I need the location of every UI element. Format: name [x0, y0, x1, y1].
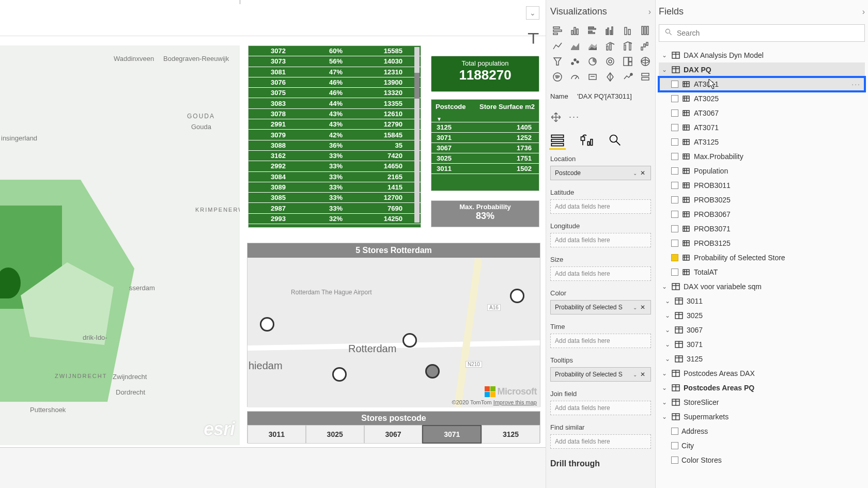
waterfall-icon[interactable] — [638, 40, 653, 52]
table-supermarkets[interactable]: ⌄Supermarkets — [659, 410, 865, 424]
table-row[interactable]: 30111502 — [431, 164, 539, 174]
field-checkbox[interactable] — [671, 428, 678, 435]
table-3011[interactable]: ⌄3011 — [659, 294, 865, 308]
store-marker[interactable] — [402, 333, 417, 348]
table-3067[interactable]: ⌄3067 — [659, 323, 865, 337]
clustered-bar-icon[interactable] — [585, 24, 600, 37]
scrollbar-thumb[interactable] — [414, 47, 420, 223]
table-dax-voor[interactable]: ⌄DAX voor variabele sqm — [659, 279, 865, 294]
field-at3011[interactable]: AT3011··· — [659, 77, 865, 91]
table-postcodes-dax[interactable]: ⌄Postcodes Areas DAX — [659, 366, 865, 381]
field-checkbox[interactable] — [671, 254, 678, 261]
stores-postcode-slicer[interactable]: Stores postcode 30113025306730713125 — [247, 411, 540, 443]
remove-icon[interactable]: ✕ — [639, 169, 646, 177]
table-dax-pq[interactable]: ⌄DAX PQ — [659, 62, 865, 77]
join-drop[interactable]: Add data fields here — [550, 401, 651, 415]
remove-icon[interactable]: ✕ — [639, 371, 646, 378]
expand-chevron-icon[interactable]: ⌄ — [664, 341, 671, 348]
kpi-icon[interactable] — [621, 71, 635, 83]
dropdown-icon[interactable]: ⌄ — [633, 372, 637, 377]
table-row[interactable]: 307546%13320 — [249, 88, 421, 98]
area-chart-icon[interactable] — [568, 40, 582, 52]
search-input[interactable] — [677, 29, 859, 37]
arcgis-icon[interactable] — [603, 71, 617, 83]
drag-icon[interactable] — [550, 112, 562, 123]
size-drop[interactable]: Add data fields here — [550, 266, 651, 281]
more-icon[interactable]: ··· — [851, 80, 861, 88]
clustered-column-icon[interactable] — [603, 24, 617, 37]
format-tab-icon[interactable] — [579, 133, 594, 147]
field-prob3125[interactable]: PROB3125 — [659, 236, 865, 250]
table-row[interactable]: 308433%2165 — [249, 172, 421, 182]
location-pill[interactable]: Postcode ⌄✕ — [550, 166, 651, 180]
field-prob3025[interactable]: PROB3025 — [659, 193, 865, 207]
field-at3125[interactable]: AT3125 — [659, 135, 865, 149]
pane-title-fields[interactable]: Fields › — [659, 6, 865, 17]
table-row[interactable]: 307843%12610 — [249, 109, 421, 119]
table-row[interactable]: 316233%7420 — [249, 151, 421, 161]
field-totalat[interactable]: TotalAT — [659, 265, 865, 279]
field-checkbox[interactable] — [671, 167, 678, 175]
table-row[interactable]: 30671736 — [431, 143, 539, 153]
field-checkbox[interactable] — [671, 109, 678, 117]
total-population-card[interactable]: Total population 1188270 — [431, 56, 539, 92]
expand-chevron-icon[interactable]: ⌄ — [661, 413, 668, 420]
field-checkbox[interactable] — [671, 225, 678, 232]
donut-chart-icon[interactable] — [603, 55, 617, 68]
improve-map-link[interactable]: Improve this map — [493, 399, 537, 405]
field-prob3067[interactable]: PROB3067 — [659, 207, 865, 222]
column-chart-icon[interactable] — [568, 24, 582, 37]
table-row[interactable]: 298733%7690 — [249, 203, 421, 213]
field-population[interactable]: Population — [659, 164, 865, 178]
field-checkbox[interactable] — [671, 81, 678, 88]
remove-icon[interactable]: ✕ — [639, 304, 646, 311]
treemap-icon[interactable] — [621, 55, 635, 68]
field-at3067[interactable]: AT3067 — [659, 106, 865, 120]
collapse-button[interactable]: ⌄ — [526, 6, 539, 20]
table-3025[interactable]: ⌄3025 — [659, 308, 865, 323]
more-icon[interactable]: ··· — [569, 112, 580, 123]
table-3071[interactable]: ⌄3071 — [659, 337, 865, 352]
table-row[interactable]: 299332%14250 — [249, 214, 421, 224]
store-surface-table[interactable]: Postcode Store Surface m2 ▼ 312514053071… — [431, 99, 539, 191]
hdr-surface[interactable]: Store Surface m2 — [475, 100, 539, 122]
field-checkbox[interactable] — [671, 124, 678, 131]
rotterdam-map-visual[interactable]: 5 Stores Rotterdam Rotterdam The Hague A… — [247, 243, 540, 407]
table-row[interactable]: 299233%14650 — [249, 161, 421, 171]
field-checkbox[interactable] — [671, 138, 678, 146]
table-row[interactable]: 308147%12310 — [249, 67, 421, 77]
table-row[interactable]: 308533%12700 — [249, 193, 421, 203]
probability-table[interactable]: 307260%15585307356%14030308147%123103076… — [248, 45, 421, 228]
table-row[interactable]: 30711252 — [431, 133, 539, 143]
100-stacked-icon[interactable] — [638, 24, 653, 37]
filled-map-icon[interactable] — [550, 71, 565, 83]
table-dax-analysis[interactable]: ⌄DAX Analysis Dyn Model — [659, 48, 865, 62]
field-checkbox[interactable] — [671, 95, 678, 102]
table-row[interactable]: 31251405 — [431, 122, 539, 133]
table-row[interactable]: 308344%13355 — [249, 98, 421, 108]
expand-chevron-icon[interactable]: ⌄ — [661, 399, 668, 406]
multi-row-card-icon[interactable] — [638, 71, 653, 83]
field-checkbox[interactable] — [671, 269, 678, 276]
expand-chevron-icon[interactable]: ⌄ — [661, 370, 668, 377]
field-checkbox[interactable] — [671, 240, 678, 247]
collapse-chevron-icon[interactable]: › — [648, 7, 651, 17]
line-chart-icon[interactable] — [550, 40, 565, 52]
combo-chart-icon[interactable] — [603, 40, 617, 52]
time-drop[interactable]: Add data fields here — [550, 334, 651, 348]
field-address[interactable]: Address — [659, 424, 865, 438]
store-marker[interactable] — [510, 289, 524, 303]
similar-drop[interactable]: Add data fields here — [550, 434, 651, 449]
max-probability-card[interactable]: Max. Probability 83% — [431, 200, 539, 227]
expand-chevron-icon[interactable]: ⌄ — [661, 283, 668, 290]
pane-title-visualizations[interactable]: Visualizations › — [550, 6, 651, 17]
fields-tab-icon[interactable] — [550, 133, 565, 147]
ribbon-chart-icon[interactable] — [621, 40, 635, 52]
dropdown-icon[interactable]: ⌄ — [633, 170, 637, 176]
dropdown-icon[interactable]: ⌄ — [633, 305, 637, 310]
gauge-icon[interactable] — [568, 71, 582, 83]
field-checkbox[interactable] — [671, 211, 678, 218]
field-checkbox[interactable] — [671, 456, 678, 464]
stacked-bar-icon[interactable] — [550, 24, 565, 37]
fields-search[interactable] — [659, 24, 865, 42]
